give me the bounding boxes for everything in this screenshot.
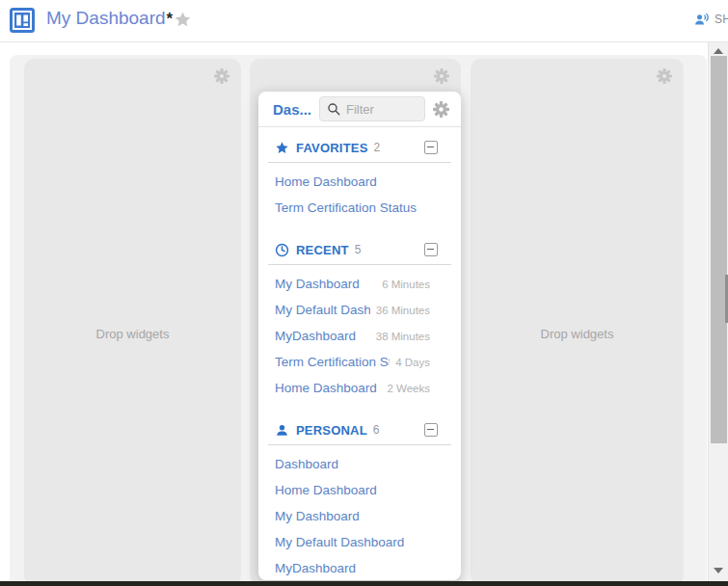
section-items: Home Dashboard Term Certification Status xyxy=(258,163,461,229)
dashboard-item-label: My Dashboard xyxy=(275,509,360,523)
filter-field-wrap xyxy=(319,96,425,121)
popup-section: RECENT 5 My Dashboard 6 Minutes My Defau… xyxy=(258,235,461,410)
column-settings-gear-icon[interactable] xyxy=(434,68,449,84)
dashboard-list-item[interactable]: Term Certification Status xyxy=(258,195,461,221)
dashboard-list-item[interactable]: My Default Dashboard xyxy=(258,529,461,555)
dashboard-item-label: My Default Dash... xyxy=(275,303,370,317)
column-settings-gear-icon[interactable] xyxy=(657,68,672,84)
unsaved-indicator: * xyxy=(167,10,174,28)
dashboard-item-label: MyDashboard xyxy=(275,561,356,575)
scrollbar-thumb[interactable] xyxy=(711,56,727,443)
dashboard-list-item[interactable]: Home Dashboard 2 Weeks xyxy=(258,375,461,401)
dashboard-list-item[interactable]: MyDashboard xyxy=(258,555,461,580)
dashboard-item-time: 2 Weeks xyxy=(387,383,430,394)
app-window: My Dashboard* SH Drop widgets xyxy=(0,0,728,586)
dashboard-item-time: 6 Minutes xyxy=(382,279,430,290)
section-collapse-button[interactable] xyxy=(424,423,438,437)
share-person-icon xyxy=(693,11,711,28)
popup-sections: FAVORITES 2 Home Dashboard Term Certific… xyxy=(258,133,461,580)
dashboard-item-time: 36 Minutes xyxy=(376,305,430,316)
dashboard-item-label: Term Certification Status xyxy=(275,200,417,215)
drop-widgets-hint: Drop widgets xyxy=(471,327,684,341)
magnifier-icon xyxy=(327,102,341,117)
section-count: 2 xyxy=(374,141,381,154)
popup-section: PERSONAL 6 Dashboard Home Dashboard My D… xyxy=(258,415,461,580)
favorite-toggle-star-icon[interactable] xyxy=(174,11,192,33)
dashboard-item-label: Dashboard xyxy=(275,457,338,471)
section-count: 6 xyxy=(373,423,380,437)
column-settings-gear-icon[interactable] xyxy=(214,68,229,84)
dashboard-item-label: My Dashboard xyxy=(275,277,360,291)
popup-title[interactable]: Das... xyxy=(273,101,311,118)
dashboards-popup: Das... FAVORITES 2 Home Dashboard Term C… xyxy=(258,92,461,580)
share-label: SH xyxy=(715,13,728,26)
popup-settings-gear-icon[interactable] xyxy=(433,101,449,118)
section-count: 5 xyxy=(355,243,362,256)
popup-header: Das... xyxy=(258,92,461,127)
section-header: PERSONAL 6 xyxy=(268,415,451,445)
page-title: My Dashboard* xyxy=(46,8,173,29)
clock-icon xyxy=(275,243,289,257)
dashboard-logo-icon[interactable] xyxy=(10,8,35,33)
section-label[interactable]: RECENT xyxy=(296,243,349,257)
dashboard-item-label: Home Dashboard xyxy=(275,483,377,497)
dashboard-list-item[interactable]: Term Certification St... 4 Days xyxy=(258,349,461,375)
widget-column-3[interactable]: Drop widgets xyxy=(471,59,684,585)
widget-column-1[interactable]: Drop widgets xyxy=(24,59,241,585)
dashboard-item-label: Home Dashboard xyxy=(275,381,377,395)
dashboard-list-item[interactable]: Home Dashboard xyxy=(258,477,461,503)
share-button[interactable]: SH xyxy=(693,11,728,28)
section-label[interactable]: PERSONAL xyxy=(296,423,367,438)
dashboard-item-label: MyDashboard xyxy=(275,329,356,343)
section-header: RECENT 5 xyxy=(268,235,451,265)
section-header: FAVORITES 2 xyxy=(268,133,451,163)
dashboard-list-item[interactable]: Home Dashboard xyxy=(258,169,461,195)
top-bar: My Dashboard* SH xyxy=(0,0,728,42)
dashboard-item-label: My Default Dashboard xyxy=(275,535,404,549)
dashboard-list-item[interactable]: My Dashboard 6 Minutes xyxy=(258,271,461,297)
scroll-up-arrow-icon[interactable] xyxy=(714,48,723,54)
section-items: Dashboard Home Dashboard My Dashboard My… xyxy=(258,445,461,580)
dashboard-item-label: Term Certification St... xyxy=(275,355,390,369)
dashboard-item-time: 4 Days xyxy=(395,357,430,368)
person-icon xyxy=(275,423,289,438)
bottom-window-edge xyxy=(0,581,728,586)
dashboard-item-label: Home Dashboard xyxy=(275,174,377,189)
section-collapse-button[interactable] xyxy=(424,141,438,154)
section-items: My Dashboard 6 Minutes My Default Dash..… xyxy=(258,265,461,410)
star-icon xyxy=(275,141,289,155)
section-label[interactable]: FAVORITES xyxy=(296,141,368,155)
dashboard-list-item[interactable]: Dashboard xyxy=(258,451,461,477)
dashboard-item-time: 38 Minutes xyxy=(376,331,430,342)
drop-widgets-hint: Drop widgets xyxy=(24,327,241,341)
dashboard-list-item[interactable]: My Dashboard xyxy=(258,503,461,529)
page-title-text: My Dashboard xyxy=(46,8,166,28)
section-collapse-button[interactable] xyxy=(424,243,438,256)
dashboard-list-item[interactable]: My Default Dash... 36 Minutes xyxy=(258,297,461,323)
scroll-down-arrow-icon[interactable] xyxy=(714,568,723,573)
popup-section: FAVORITES 2 Home Dashboard Term Certific… xyxy=(258,133,461,229)
dashboard-list-item[interactable]: MyDashboard 38 Minutes xyxy=(258,323,461,349)
